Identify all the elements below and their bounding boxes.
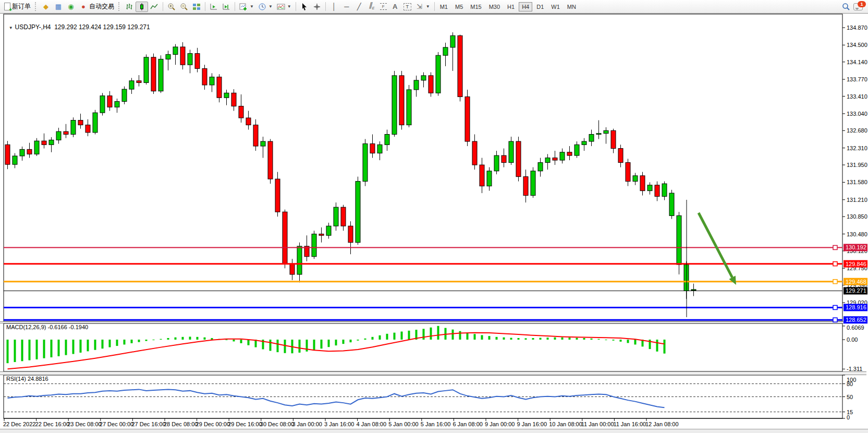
hline-handle[interactable] (833, 245, 837, 249)
candle-body (93, 113, 97, 133)
time-axis-label: 29 Dec 16:00 (228, 421, 262, 427)
time-axis-label: 10 Jan 08:00 (549, 421, 582, 427)
timeframe-h1[interactable]: H1 (504, 2, 518, 11)
signal-button[interactable]: ◉ (65, 2, 77, 12)
macd-indicator-label: MACD(12,26,9) -0.6166 -0.1940 (6, 324, 88, 330)
hline-price-flag (843, 304, 867, 311)
candles-chart-icon (138, 3, 146, 11)
market-watch-button[interactable]: ▦ (52, 2, 65, 12)
trend-arrow-shaft[interactable] (699, 213, 732, 278)
text-tool-button[interactable]: A (389, 2, 401, 12)
timeframe-m15[interactable]: M15 (467, 2, 484, 11)
price-tick-label: 131.210 (847, 197, 867, 203)
chevron-down-icon: ▼ (287, 4, 291, 9)
macd-histogram-bar (182, 337, 184, 340)
macd-histogram-bar (605, 340, 607, 340)
macd-histogram-bar (167, 338, 169, 340)
candle-body (677, 215, 681, 264)
new-order-button[interactable]: 新订单 (2, 2, 33, 12)
vertical-line-tool-button[interactable]: │ (328, 2, 340, 12)
auto-trading-button[interactable]: ● 自动交易 (77, 2, 116, 12)
macd-histogram-bar (102, 340, 104, 348)
new-chart-button[interactable]: ▼ (237, 2, 256, 12)
candle-body (334, 207, 338, 226)
chart-shift-button[interactable] (207, 2, 220, 12)
text-label-icon: T (404, 3, 411, 10)
time-axis-label: 4 Jan 08:00 (357, 421, 387, 427)
macd-histogram-bar (598, 339, 600, 340)
search-icon[interactable] (842, 3, 850, 11)
gold-button[interactable]: ◆ (40, 2, 52, 12)
timeframe-m5[interactable]: M5 (452, 2, 466, 11)
zoom-in-button[interactable] (165, 2, 178, 12)
hline-handle[interactable] (833, 305, 837, 309)
templates-button[interactable]: ▼ (275, 2, 294, 12)
timeframe-h4[interactable]: H4 (519, 2, 532, 11)
hline-price-flag-label: 129.271 (846, 287, 866, 294)
candle-body (5, 145, 10, 164)
candle-body (443, 47, 448, 55)
fibonacci-icon: F (380, 3, 387, 10)
timeframe-d1[interactable]: D1 (533, 2, 547, 11)
time-axis-label: 5 Jan 00:00 (388, 421, 419, 427)
crosshair-tool-button[interactable] (311, 2, 323, 12)
macd-histogram-bar (627, 340, 629, 343)
timeframe-mn[interactable]: MN (564, 2, 579, 11)
macd-histogram-bar (299, 340, 301, 353)
macd-histogram-bar (218, 339, 221, 340)
price-tick-label: 133.040 (847, 111, 867, 117)
timeframe-m1[interactable]: M1 (437, 2, 451, 11)
auto-scroll-button[interactable] (220, 2, 233, 12)
cursor-tool-button[interactable] (298, 2, 311, 12)
notifications-button[interactable]: 1 (853, 3, 863, 10)
timeframe-w1[interactable]: W1 (548, 2, 563, 11)
text-label-tool-button[interactable]: T (401, 2, 413, 12)
zoom-out-button[interactable] (178, 2, 190, 12)
candles-chart-button[interactable] (136, 2, 148, 12)
auto-trading-label: 自动交易 (89, 2, 114, 11)
trendline-tool-button[interactable]: ╱ (353, 2, 365, 12)
horizontal-line-tool-button[interactable]: ─ (340, 2, 353, 12)
time-axis-label: 29 Dec 00:00 (196, 421, 230, 427)
chart-shift-icon (210, 3, 218, 11)
macd-histogram-bar (525, 338, 527, 340)
chart-menu-icon[interactable]: ▼ (9, 26, 13, 30)
candle-body (144, 57, 149, 83)
arrows-icon: ⇲ (415, 3, 424, 11)
main-chart-panel (4, 14, 842, 321)
macd-histogram-bar (65, 340, 67, 355)
hline-handle[interactable] (833, 262, 837, 266)
macd-tick-label: 0.00 (847, 336, 858, 343)
candle-body (450, 35, 455, 47)
bars-chart-button[interactable] (123, 2, 136, 12)
channel-tool-button[interactable]: ∥E (365, 2, 378, 12)
macd-histogram-bar (357, 340, 359, 341)
macd-histogram-bar (211, 338, 213, 340)
macd-histogram-bar (518, 338, 520, 340)
price-tick-label: 132.310 (847, 145, 867, 151)
macd-histogram-bar (87, 340, 89, 351)
macd-histogram-bar (576, 338, 578, 340)
periods-button[interactable]: ▼ (256, 2, 275, 12)
candle-body (662, 184, 667, 196)
arrows-tool-button[interactable]: ⇲ ▼ (413, 2, 432, 12)
price-tick-label: 131.580 (847, 179, 867, 185)
rsi-line (8, 389, 665, 407)
timeframe-m30[interactable]: M30 (486, 2, 503, 11)
time-axis-label: 22 Dec 16:00 (35, 421, 69, 427)
tile-windows-button[interactable] (190, 2, 203, 12)
candle-body (574, 145, 579, 155)
candle-body (589, 135, 594, 142)
macd-histogram-bar (561, 338, 564, 340)
hline-handle[interactable] (833, 280, 837, 284)
crosshair-icon (313, 3, 321, 11)
panel-divider[interactable] (0, 321, 866, 323)
trend-arrow-head[interactable] (729, 276, 736, 285)
line-chart-button[interactable] (148, 2, 161, 12)
panel-divider[interactable] (0, 371, 866, 375)
main-toolbar: 新订单 ◆ ▦ ◉ ● 自动交易 ▼ ▼ ▼ (0, 0, 868, 14)
fibonacci-tool-button[interactable]: F (378, 2, 389, 12)
hline-price-flag-label: 128.916 (846, 304, 866, 310)
time-axis-label: 30 Dec 08:00 (260, 421, 294, 427)
hline-handle[interactable] (833, 318, 837, 322)
